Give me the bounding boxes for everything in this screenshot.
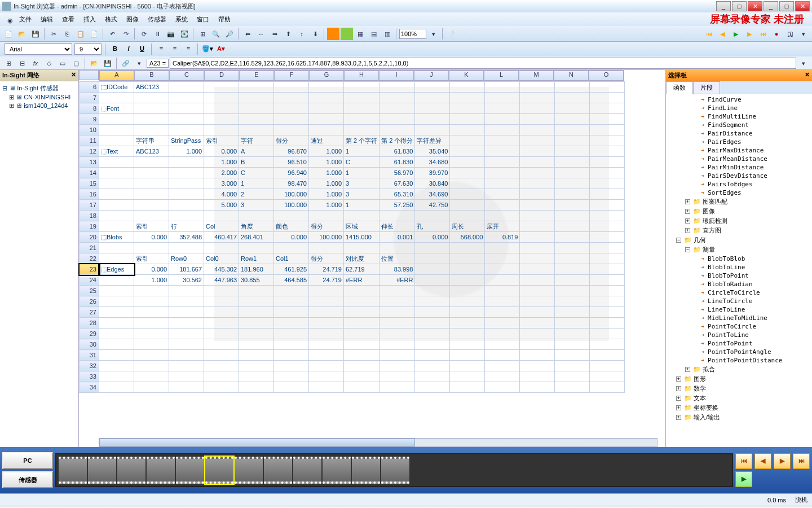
cell[interactable]: [309, 103, 344, 114]
cell[interactable]: [555, 253, 590, 264]
cell[interactable]: [590, 329, 625, 339]
film-frame[interactable]: [117, 457, 145, 484]
cell[interactable]: [520, 82, 555, 93]
cell[interactable]: [415, 371, 450, 382]
tree-node[interactable]: + 📁 文本: [667, 393, 811, 403]
cell[interactable]: [99, 93, 134, 103]
cell[interactable]: [309, 125, 344, 135]
cell[interactable]: [169, 178, 204, 189]
zoom-in-icon[interactable]: 🔍: [210, 28, 222, 40]
cell[interactable]: [485, 103, 520, 114]
cell[interactable]: [99, 339, 134, 350]
cell[interactable]: [555, 82, 590, 93]
cell[interactable]: [520, 371, 555, 382]
cell[interactable]: [590, 103, 625, 114]
zoom-input[interactable]: [399, 29, 426, 39]
menu-window[interactable]: 窗口: [192, 14, 214, 25]
cell[interactable]: [99, 318, 134, 329]
more-icon[interactable]: ▾: [797, 28, 810, 40]
cell[interactable]: 24.719: [309, 264, 344, 275]
cell[interactable]: #ERR: [344, 275, 379, 286]
cell[interactable]: [379, 361, 415, 371]
cell[interactable]: 位置: [379, 253, 415, 264]
cell[interactable]: [239, 82, 274, 93]
check-icon[interactable]: ▢: [70, 57, 82, 69]
cell[interactable]: [485, 318, 520, 329]
tree-leaf[interactable]: PointToPointDistance: [667, 356, 811, 365]
cell[interactable]: [520, 125, 555, 135]
tab-functions[interactable]: 函数: [666, 81, 693, 94]
cell[interactable]: [450, 168, 485, 178]
cell[interactable]: [415, 253, 450, 264]
cell[interactable]: [590, 200, 625, 211]
redo-icon[interactable]: ↷: [120, 28, 132, 40]
cell[interactable]: [169, 125, 204, 135]
cell[interactable]: StringPass: [169, 135, 204, 146]
cell[interactable]: [555, 200, 590, 211]
cell[interactable]: [450, 275, 485, 286]
menu-view[interactable]: 查看: [58, 14, 79, 25]
cell[interactable]: [520, 243, 555, 253]
cell[interactable]: 1.000: [309, 200, 344, 211]
cell[interactable]: [590, 211, 625, 221]
cell[interactable]: 24.719: [309, 275, 344, 286]
cell[interactable]: [555, 264, 590, 275]
cell[interactable]: 展开: [485, 221, 520, 232]
cell[interactable]: [344, 103, 379, 114]
cell[interactable]: 0.000: [415, 232, 450, 243]
cell[interactable]: [239, 307, 274, 318]
cell[interactable]: [344, 296, 379, 307]
cell[interactable]: [274, 329, 309, 339]
cell[interactable]: [274, 125, 309, 135]
cell[interactable]: 对比度: [344, 253, 379, 264]
formula-input[interactable]: [170, 58, 796, 69]
font-name-select[interactable]: Arial: [5, 43, 72, 55]
cell[interactable]: Col0: [204, 253, 239, 264]
cell[interactable]: [590, 361, 625, 371]
cell[interactable]: [344, 307, 379, 318]
tree-node[interactable]: + 📁 坐标变换: [667, 403, 811, 413]
zoom-out-icon[interactable]: 🔎: [223, 28, 236, 40]
row-header[interactable]: 20: [80, 232, 99, 243]
row-header[interactable]: 25: [80, 286, 99, 296]
cell[interactable]: 445.302: [204, 264, 239, 275]
row-header[interactable]: 11: [80, 135, 99, 146]
cell[interactable]: [555, 178, 590, 189]
cell[interactable]: [485, 114, 520, 125]
align-right-icon[interactable]: ➡: [268, 28, 281, 40]
tree-leaf[interactable]: PairMinDistance: [667, 163, 811, 172]
cell[interactable]: [485, 135, 520, 146]
cell[interactable]: [344, 114, 379, 125]
cell[interactable]: [555, 93, 590, 103]
tree-leaf[interactable]: PairSDevDistance: [667, 172, 811, 180]
cell[interactable]: [204, 93, 239, 103]
cell[interactable]: [415, 103, 450, 114]
prev-icon[interactable]: ◀: [716, 28, 729, 40]
cell[interactable]: [204, 307, 239, 318]
row-header[interactable]: 34: [80, 382, 99, 393]
cell[interactable]: 1: [239, 178, 274, 189]
cell[interactable]: 1: [344, 146, 379, 157]
menu-system[interactable]: 系统: [171, 14, 192, 25]
cell[interactable]: [590, 146, 625, 157]
cell[interactable]: [450, 211, 485, 221]
cell[interactable]: [485, 371, 520, 382]
cell[interactable]: [450, 146, 485, 157]
cell[interactable]: [520, 114, 555, 125]
cell[interactable]: [99, 189, 134, 200]
cell[interactable]: [309, 82, 344, 93]
row-header[interactable]: 32: [80, 361, 99, 371]
cell[interactable]: [239, 329, 274, 339]
cell[interactable]: [450, 114, 485, 125]
row-header[interactable]: 17: [80, 200, 99, 211]
cell[interactable]: [204, 82, 239, 93]
cell[interactable]: 181.667: [169, 264, 204, 275]
cell[interactable]: [590, 168, 625, 178]
cell[interactable]: [379, 318, 415, 329]
tree-leaf[interactable]: BlobToBlob: [667, 255, 811, 263]
last-icon[interactable]: ⏭: [757, 28, 769, 40]
cell[interactable]: 35.040: [415, 146, 450, 157]
row-header[interactable]: 10: [80, 125, 99, 135]
cell[interactable]: Col1: [274, 253, 309, 264]
cell[interactable]: ⬚Blobs: [99, 232, 134, 243]
